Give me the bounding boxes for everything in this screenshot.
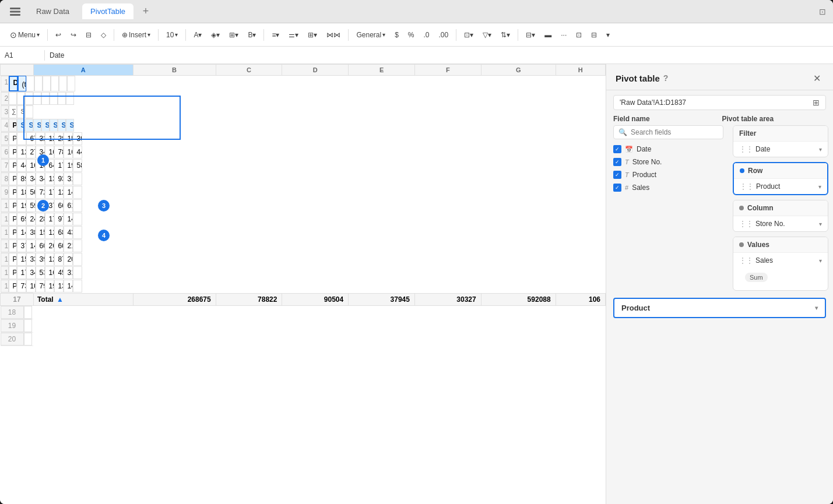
column-chevron[interactable]: ▾ bbox=[819, 221, 822, 227]
row-num-4: 4 bbox=[1, 119, 9, 132]
col-header-f[interactable]: F bbox=[414, 65, 481, 76]
cell-a1[interactable]: Date bbox=[9, 76, 18, 91]
cell-a2 bbox=[9, 92, 17, 105]
align-button[interactable]: ≡▾ bbox=[269, 29, 282, 41]
print-button[interactable]: ⊟ bbox=[83, 29, 94, 41]
data-row-15: 15 Product 11 17111 3466 5355 1637 454 3… bbox=[1, 266, 34, 280]
header-store-b: Store B bbox=[25, 119, 33, 132]
insert-button[interactable]: ⊕ Insert ▾ bbox=[119, 29, 153, 41]
tab-bar-right: ⊡ bbox=[819, 7, 826, 16]
freeze-button[interactable]: ▬ bbox=[542, 29, 554, 41]
conditional-button[interactable]: ⊡▾ bbox=[461, 29, 476, 41]
fields-pivot-layout: 🔍 📅 Date T Store No. bbox=[606, 125, 833, 295]
font-color-button[interactable]: A▾ bbox=[191, 29, 205, 41]
search-input[interactable] bbox=[631, 128, 718, 136]
filter-button[interactable]: ▽▾ bbox=[480, 29, 494, 41]
pivot-panel: Pivot table ? ✕ 'Raw Data'!A1:D1837 ⊞ Fi… bbox=[606, 64, 833, 504]
cell-f1 bbox=[51, 76, 59, 91]
borders-button[interactable]: ⊞▾ bbox=[226, 29, 241, 41]
annotation-badge-3: 3 bbox=[98, 200, 110, 212]
cell-b1[interactable]: (total) ≡ ➤ bbox=[18, 76, 26, 91]
more-arrow[interactable]: ▾ bbox=[603, 29, 613, 41]
field-product-checkbox[interactable] bbox=[613, 171, 621, 179]
undo-button[interactable]: ↩ bbox=[52, 29, 64, 41]
cell-d2 bbox=[33, 92, 41, 105]
row-drag-handle[interactable]: ⋮⋮ bbox=[740, 182, 754, 191]
comment-button[interactable]: ⊡ bbox=[573, 29, 585, 41]
toolbar-sep-1 bbox=[47, 29, 48, 41]
format-select[interactable]: General ▾ bbox=[353, 29, 388, 41]
col-header-d[interactable]: D bbox=[282, 65, 349, 76]
cell-reference: A1 bbox=[5, 51, 40, 59]
data-row-16: 16 Product 12 73023 10378 7917 1971 1304… bbox=[1, 280, 34, 293]
data-row-7: 7 Product 3 44268 16638 10207 6408 1756 … bbox=[1, 159, 34, 172]
column-area-dot bbox=[739, 206, 744, 210]
row-chevron[interactable]: ▾ bbox=[818, 184, 821, 190]
field-date-checkbox[interactable] bbox=[613, 145, 621, 153]
restore-icon[interactable]: ⊡ bbox=[819, 7, 826, 16]
font-size-select[interactable]: 10 ▾ bbox=[163, 29, 181, 41]
filter-drag-handle[interactable]: ⋮⋮ bbox=[739, 145, 753, 153]
field-store-checkbox[interactable] bbox=[613, 158, 621, 166]
tab-add-button[interactable]: + bbox=[138, 4, 153, 19]
data-row-6: 6 Product 2 12213 2715 3467 1686 787 165… bbox=[1, 146, 34, 159]
svg-rect-0 bbox=[10, 8, 20, 9]
fill-color-button[interactable]: ◈▾ bbox=[208, 29, 223, 41]
expand-button[interactable]: ⊟ bbox=[588, 29, 600, 41]
header-store-a: Store A bbox=[17, 119, 25, 132]
formula-bar-sep bbox=[44, 50, 45, 61]
menu-button[interactable]: ⊙ Menu ▾ bbox=[7, 29, 43, 41]
filter-row: 1 Date (total) ≡ ➤ bbox=[1, 76, 34, 92]
values-drag-handle[interactable]: ⋮⋮ bbox=[739, 256, 753, 265]
col-header-b[interactable]: B bbox=[133, 65, 216, 76]
field-date: 📅 Date bbox=[613, 143, 723, 156]
pivot-area-label: Pivot table area bbox=[722, 115, 827, 123]
rotate-button[interactable]: ⋈⋈ bbox=[324, 29, 343, 41]
field-sales-checkbox[interactable] bbox=[613, 184, 621, 192]
col-header-h[interactable]: H bbox=[556, 65, 605, 76]
row-area-item: ⋮⋮ Product ▾ bbox=[734, 179, 827, 194]
col-header-c[interactable]: C bbox=[216, 65, 282, 76]
col-header-a[interactable]: A bbox=[33, 65, 133, 76]
col-header-e[interactable]: E bbox=[349, 65, 415, 76]
tab-bar-left: Raw Data PivotTable + bbox=[7, 3, 817, 20]
svg-rect-2 bbox=[10, 14, 20, 16]
values-area-item: ⋮⋮ Sales ▾ bbox=[733, 253, 828, 268]
field-store-no: T Store No. bbox=[613, 156, 723, 168]
filter-area-header: Filter bbox=[733, 126, 828, 142]
data-row-10: 10 Product 6 19542 5942 6375 3761 664 61… bbox=[1, 199, 34, 213]
data-range-bar: 'Raw Data'!A1:D1837 ⊞ bbox=[613, 95, 826, 110]
toolbar-sep-7 bbox=[456, 29, 456, 41]
tab-pivot-table[interactable]: PivotTable bbox=[82, 3, 133, 19]
paint-button[interactable]: ◇ bbox=[98, 29, 109, 41]
redo-button[interactable]: ↪ bbox=[68, 29, 79, 41]
col-header-g[interactable]: G bbox=[481, 65, 556, 76]
currency-button[interactable]: $ bbox=[392, 29, 402, 41]
pivot-help-icon[interactable]: ? bbox=[663, 73, 669, 83]
more-button[interactable]: ··· bbox=[558, 29, 570, 41]
data-row-8: 8 Product 4 8910 3411 3441 1337 935 3127… bbox=[1, 172, 34, 186]
total-row: 17 Total ▲ 268675 78822 90504 37945 3032… bbox=[1, 294, 606, 306]
tab-raw-data[interactable]: Raw Data bbox=[28, 3, 78, 19]
fields-search[interactable]: 🔍 bbox=[613, 125, 723, 139]
merge-button[interactable]: ⊞▾ bbox=[305, 29, 320, 41]
bold-button[interactable]: B▾ bbox=[245, 29, 259, 41]
filter-chevron[interactable]: ▾ bbox=[819, 146, 822, 153]
values-chevron[interactable]: ▾ bbox=[819, 258, 822, 264]
formula-content: Date bbox=[50, 51, 828, 59]
pivot-close-button[interactable]: ✕ bbox=[810, 71, 824, 85]
commas-button[interactable]: .0 bbox=[421, 29, 433, 41]
wrap-button[interactable]: ⚌▾ bbox=[286, 29, 301, 41]
sort-button[interactable]: ⇅▾ bbox=[498, 29, 513, 41]
cell-b2 bbox=[17, 92, 25, 105]
toolbar-sep-8 bbox=[518, 29, 518, 41]
cell-h1 bbox=[67, 76, 75, 91]
layers-icon bbox=[7, 3, 23, 20]
column-drag-handle[interactable]: ⋮⋮ bbox=[739, 220, 753, 228]
data-range-grid-icon[interactable]: ⊞ bbox=[813, 98, 820, 107]
view-button[interactable]: ⊟▾ bbox=[523, 29, 538, 41]
field-sales: # Sales bbox=[613, 181, 723, 194]
percent-button[interactable]: % bbox=[405, 29, 417, 41]
decimal-button[interactable]: .00 bbox=[436, 29, 452, 41]
spreadsheet[interactable]: 1 2 3 4 A B C bbox=[0, 64, 606, 504]
